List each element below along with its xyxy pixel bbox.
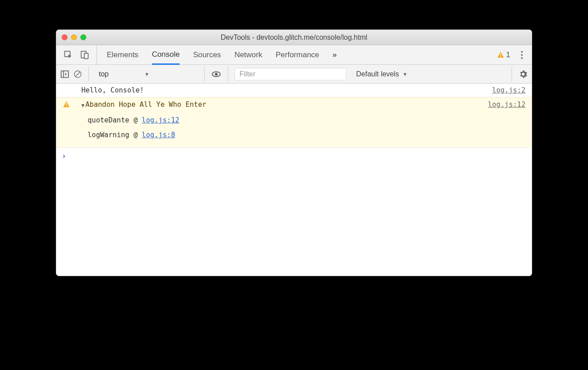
svg-line-9 [76, 72, 80, 76]
tab-console[interactable]: Console [152, 45, 180, 65]
more-menu-icon[interactable] [518, 51, 525, 59]
svg-point-11 [215, 72, 218, 75]
svg-rect-2 [84, 53, 88, 59]
console-prompt[interactable]: › [56, 147, 532, 164]
stack-function: logWarning [88, 131, 129, 139]
warning-icon [497, 51, 504, 59]
prompt-chevron-icon: › [62, 151, 66, 160]
chevron-down-icon: ▼ [403, 71, 407, 77]
log-text: Hello, Console! [81, 86, 492, 94]
console-log-message: Hello, Console! log.js:2 [56, 84, 532, 97]
separator [512, 67, 512, 81]
devtools-window: DevTools - devtools.glitch.me/console/lo… [56, 29, 532, 276]
tab-sources[interactable]: Sources [193, 45, 221, 64]
settings-icon[interactable] [518, 69, 528, 79]
toggle-sidebar-icon[interactable] [60, 69, 70, 79]
tab-network[interactable]: Network [235, 45, 262, 64]
stack-frame: logWarning @ log.js:8 [88, 128, 525, 143]
close-window-button[interactable] [62, 34, 67, 40]
stack-function: quoteDante [88, 116, 129, 124]
window-title: DevTools - devtools.glitch.me/console/lo… [56, 34, 532, 42]
svg-marker-7 [65, 73, 67, 76]
stack-trace: quoteDante @ log.js:12 logWarning @ log.… [56, 111, 532, 147]
svg-rect-3 [500, 54, 500, 56]
minimize-window-button[interactable] [71, 34, 77, 40]
warning-text: ▼Abandon Hope All Ye Who Enter [81, 101, 488, 109]
tab-elements[interactable]: Elements [107, 45, 139, 64]
stack-frame: quoteDante @ log.js:12 [88, 113, 525, 128]
warning-message-text: Abandon Hope All Ye Who Enter [85, 101, 206, 109]
svg-rect-13 [66, 106, 67, 106]
traffic-lights [62, 34, 86, 40]
warning-icon [63, 101, 70, 108]
warnings-badge[interactable]: 1 [497, 50, 510, 59]
inspect-tools [56, 45, 97, 64]
device-toggle-icon[interactable] [80, 50, 89, 59]
levels-label: Default levels [356, 70, 399, 78]
tabs-right: 1 [491, 45, 532, 64]
console-toolbar: top ▼ Default levels ▼ [56, 65, 532, 84]
separator [228, 67, 228, 81]
svg-rect-12 [66, 103, 67, 105]
filter-input[interactable] [235, 68, 346, 80]
separator [204, 67, 205, 81]
svg-rect-4 [500, 56, 500, 57]
console-warning-message: ▼Abandon Hope All Ye Who Enter log.js:12 [56, 97, 532, 111]
clear-console-icon[interactable] [73, 70, 82, 79]
live-expression-icon[interactable] [211, 69, 222, 80]
main-tabs: Elements Console Sources Network Perform… [56, 45, 532, 65]
stack-source-link[interactable]: log.js:8 [142, 131, 175, 139]
titlebar: DevTools - devtools.glitch.me/console/lo… [56, 30, 532, 45]
tab-performance[interactable]: Performance [276, 45, 319, 64]
tab-group: Elements Console Sources Network Perform… [97, 45, 491, 64]
svg-rect-5 [61, 71, 69, 77]
inspect-element-icon[interactable] [63, 50, 73, 59]
disclosure-triangle-icon[interactable]: ▼ [81, 102, 84, 109]
stack-source-link[interactable]: log.js:12 [142, 116, 179, 124]
separator [88, 67, 89, 81]
source-link[interactable]: log.js:12 [488, 101, 525, 109]
warning-count: 1 [506, 50, 510, 59]
context-selector[interactable]: top ▼ [95, 70, 198, 78]
maximize-window-button[interactable] [80, 34, 86, 40]
console-output: Hello, Console! log.js:2 ▼Abandon Hope A… [56, 84, 532, 276]
tabs-overflow[interactable]: » [332, 45, 336, 64]
source-link[interactable]: log.js:2 [492, 86, 525, 94]
log-levels-selector[interactable]: Default levels ▼ [356, 70, 407, 78]
context-value: top [99, 70, 109, 78]
chevron-down-icon: ▼ [144, 71, 149, 77]
